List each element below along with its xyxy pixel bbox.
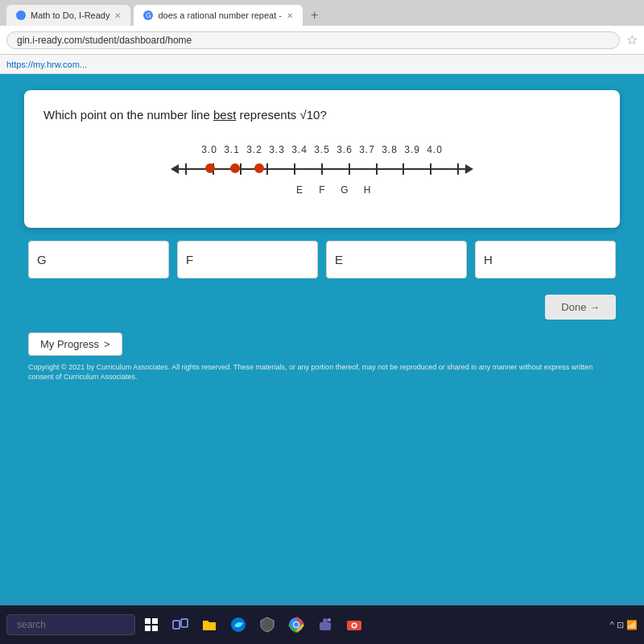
- address-bar: ☆: [0, 26, 644, 55]
- number-labels: 3.0 3.1 3.2 3.3 3.4 3.5 3.6 3.7 3.8 3.9 …: [198, 144, 446, 155]
- spacer-letter: [266, 184, 288, 196]
- dot-F: [230, 163, 240, 173]
- tick-8: [402, 163, 404, 175]
- chrome-icon[interactable]: [283, 612, 309, 638]
- answer-options: G F E H: [24, 241, 620, 279]
- answer-G[interactable]: G: [28, 241, 169, 279]
- tab-label-google: does a rational number repeat -: [158, 10, 281, 20]
- svg-rect-1: [152, 618, 158, 624]
- address-input[interactable]: [6, 31, 620, 49]
- label-3.2: 3.2: [243, 144, 266, 155]
- tab-icon-google: G: [143, 10, 153, 20]
- svg-rect-10: [320, 622, 331, 630]
- tab-iready[interactable]: Math to Do, I-Ready ✕: [6, 5, 130, 26]
- answer-F[interactable]: F: [177, 241, 318, 279]
- label-3.6: 3.6: [333, 144, 356, 155]
- done-button[interactable]: Done →: [545, 295, 616, 320]
- new-tab-button[interactable]: +: [306, 8, 323, 23]
- done-row: Done →: [24, 295, 620, 320]
- question-part2: represents √10?: [236, 108, 326, 122]
- tick-2: [240, 163, 242, 175]
- tab-google[interactable]: G does a rational number repeat - ✕: [134, 5, 302, 26]
- file-explorer-icon[interactable]: [196, 612, 222, 638]
- label-3.7: 3.7: [356, 144, 378, 155]
- svg-point-12: [328, 618, 331, 621]
- bookmark-link[interactable]: https://my.hrw.com...: [6, 60, 87, 69]
- taskview-icon[interactable]: [167, 612, 193, 638]
- browser-chrome: Math to Do, I-Ready ✕ G does a rational …: [0, 0, 644, 74]
- tick-9: [430, 163, 431, 175]
- svg-point-11: [323, 618, 328, 623]
- tab-close-iready[interactable]: ✕: [114, 11, 121, 20]
- my-progress-label: My Progress: [40, 338, 99, 350]
- label-3.5: 3.5: [311, 144, 333, 155]
- my-progress-button[interactable]: My Progress >: [28, 332, 122, 356]
- svg-rect-4: [173, 621, 180, 629]
- dot-E: [205, 163, 215, 173]
- taskbar-system-tray: ^ ⊡ 📶: [610, 620, 638, 630]
- taskbar: ^ ⊡ 📶: [0, 605, 644, 644]
- my-progress-chevron: >: [104, 338, 110, 350]
- label-3.4: 3.4: [288, 144, 311, 155]
- svg-point-15: [353, 624, 356, 627]
- start-icon[interactable]: [138, 612, 164, 638]
- svg-rect-2: [145, 625, 151, 631]
- tick-marks: [185, 163, 459, 175]
- svg-rect-5: [181, 619, 188, 627]
- question-text: Which point on the number line best repr…: [43, 106, 601, 125]
- tab-icon-iready: [16, 10, 26, 20]
- taskbar-search-input[interactable]: [6, 614, 135, 635]
- svg-rect-0: [145, 618, 151, 624]
- number-line-container: 3.0 3.1 3.2 3.3 3.4 3.5 3.6 3.7 3.8 3.9 …: [43, 144, 601, 196]
- letter-labels: E F G H: [266, 184, 378, 196]
- label-3.3: 3.3: [266, 144, 288, 155]
- main-content: Which point on the number line best repr…: [0, 74, 644, 597]
- tab-bar: Math to Do, I-Ready ✕ G does a rational …: [0, 0, 644, 26]
- answer-H[interactable]: H: [475, 241, 616, 279]
- tab-close-google[interactable]: ✕: [287, 11, 293, 20]
- question-underline: best: [213, 108, 236, 122]
- number-line-wrapper: [177, 159, 467, 183]
- tick-4: [294, 163, 295, 175]
- bookmark-bar: https://my.hrw.com...: [0, 55, 644, 74]
- question-card: Which point on the number line best repr…: [24, 90, 620, 228]
- tick-6: [349, 163, 350, 175]
- label-E: E: [288, 184, 311, 196]
- label-H: H: [356, 184, 378, 196]
- camera-icon[interactable]: [341, 612, 367, 638]
- label-3.8: 3.8: [378, 144, 401, 155]
- label-3.9: 3.9: [401, 144, 423, 155]
- tick-3: [266, 163, 268, 175]
- tab-label-iready: Math to Do, I-Ready: [31, 10, 109, 20]
- dot-G: [254, 163, 264, 173]
- tick-0: [185, 163, 187, 175]
- label-3.1: 3.1: [221, 144, 243, 155]
- teams-icon[interactable]: [312, 612, 338, 638]
- my-progress-bar: My Progress >: [24, 332, 620, 356]
- system-tray-icons: ^ ⊡ 📶: [610, 620, 638, 630]
- copyright-text: Copyright © 2021 by Curriculum Associate…: [24, 362, 620, 382]
- svg-rect-3: [152, 625, 158, 631]
- shield-icon[interactable]: [254, 612, 280, 638]
- label-4.0: 4.0: [423, 144, 446, 155]
- question-part1: Which point on the number line: [43, 108, 213, 122]
- label-F: F: [311, 184, 333, 196]
- label-3.0: 3.0: [198, 144, 221, 155]
- tick-10: [457, 163, 459, 175]
- edge-icon[interactable]: [225, 612, 251, 638]
- bookmark-star-icon[interactable]: ☆: [626, 32, 638, 47]
- label-G: G: [333, 184, 356, 196]
- answer-E[interactable]: E: [326, 241, 467, 279]
- tick-5: [321, 163, 323, 175]
- svg-point-9: [294, 622, 299, 627]
- tick-7: [376, 163, 378, 175]
